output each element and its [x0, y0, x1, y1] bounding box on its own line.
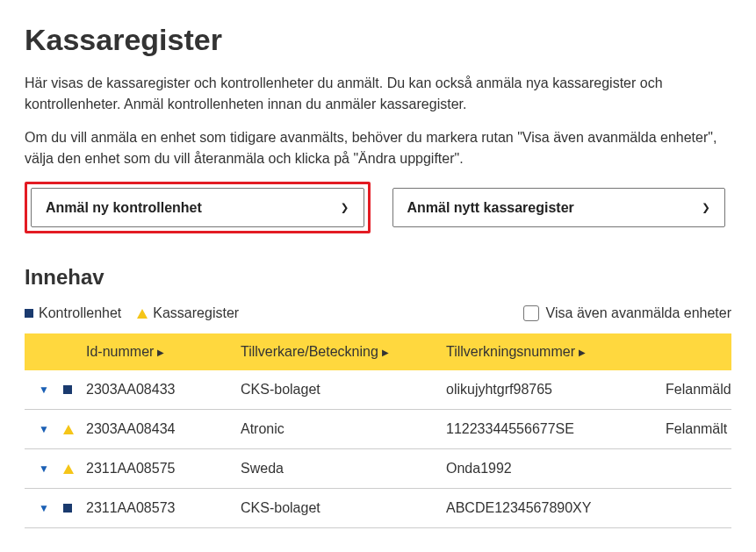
col-icon-header	[63, 344, 86, 360]
square-icon	[63, 504, 72, 513]
table-row[interactable]: ▼2311AA08575SwedaOnda1992	[25, 449, 731, 489]
expand-toggle[interactable]: ▼	[25, 423, 63, 435]
new-control-unit-label: Anmäl ny kontrollenhet	[46, 200, 202, 216]
legend-register-label: Kassaregister	[153, 305, 239, 321]
row-type-icon-cell	[63, 385, 86, 394]
holdings-title: Innehav	[25, 265, 731, 290]
table-row[interactable]: ▼2303AA08433CKS-bolagetolikujyhtgrf98765…	[25, 370, 731, 410]
new-register-wrap: Anmäl nytt kassaregister ❯	[386, 182, 732, 233]
square-icon	[63, 385, 72, 394]
col-status-header	[666, 344, 731, 360]
chevron-down-icon: ▼	[39, 502, 49, 514]
row-type-icon-cell	[63, 425, 86, 434]
row-id: 2303AA08433	[86, 382, 241, 398]
chevron-right-icon: ❯	[702, 199, 710, 216]
expand-toggle[interactable]: ▼	[25, 384, 63, 396]
row-serial: 11223344556677SE	[446, 421, 666, 437]
action-buttons-row: Anmäl ny kontrollenhet ❯ Anmäl nytt kass…	[25, 182, 731, 233]
chevron-right-icon: ❯	[341, 199, 349, 216]
col-id-label: Id-nummer	[86, 344, 154, 360]
show-deregistered-label: Visa även avanmälda enheter	[546, 305, 731, 321]
row-serial: olikujyhtgrf98765	[446, 382, 666, 398]
row-id: 2303AA08434	[86, 421, 241, 437]
table-body: ▼2303AA08433CKS-bolagetolikujyhtgrf98765…	[25, 370, 731, 528]
row-mfr: CKS-bolaget	[241, 500, 446, 516]
col-toggle-header	[25, 344, 63, 360]
expand-toggle[interactable]: ▼	[25, 462, 63, 475]
table-header: Id-nummer ▶ Tillverkare/Beteckning ▶ Til…	[25, 333, 731, 370]
holdings-table: Id-nummer ▶ Tillverkare/Beteckning ▶ Til…	[25, 333, 731, 528]
row-serial: Onda1992	[446, 461, 666, 477]
col-serial-header[interactable]: Tillverkningsnummer ▶	[446, 344, 666, 360]
row-status: Felanmäld	[666, 382, 731, 398]
square-icon	[25, 309, 33, 318]
row-mfr: Atronic	[241, 421, 446, 437]
legend-row: Kontrollenhet Kassaregister Visa även av…	[25, 305, 731, 321]
sort-arrow-icon: ▶	[579, 348, 586, 357]
sort-arrow-icon: ▶	[382, 348, 389, 357]
new-control-unit-highlight: Anmäl ny kontrollenhet ❯	[25, 182, 371, 233]
row-id: 2311AA08575	[86, 461, 241, 477]
expand-toggle[interactable]: ▼	[25, 502, 63, 514]
legend-register: Kassaregister	[137, 305, 239, 321]
chevron-down-icon: ▼	[39, 423, 49, 435]
sort-arrow-icon: ▶	[157, 348, 164, 357]
chevron-down-icon: ▼	[39, 384, 49, 396]
col-id-header[interactable]: Id-nummer ▶	[86, 344, 241, 360]
row-status: Felanmält	[666, 421, 731, 437]
legend-left: Kontrollenhet Kassaregister	[25, 305, 239, 321]
row-mfr: Sweda	[241, 461, 446, 477]
triangle-icon	[63, 464, 74, 474]
new-register-label: Anmäl nytt kassaregister	[407, 200, 574, 216]
col-mfr-label: Tillverkare/Beteckning	[241, 344, 378, 360]
show-deregistered-checkbox-row[interactable]: Visa även avanmälda enheter	[523, 305, 731, 321]
triangle-icon	[63, 425, 74, 434]
row-type-icon-cell	[63, 504, 86, 513]
col-mfr-header[interactable]: Tillverkare/Beteckning ▶	[241, 344, 446, 360]
row-id: 2311AA08573	[86, 500, 241, 516]
new-control-unit-button[interactable]: Anmäl ny kontrollenhet ❯	[31, 188, 364, 227]
intro-paragraph-2: Om du vill anmäla en enhet som tidigare …	[25, 127, 731, 169]
page-title: Kassaregister	[25, 23, 731, 57]
intro-paragraph-1: Här visas de kassaregister och kontrolle…	[25, 73, 731, 115]
row-serial: ABCDE1234567890XY	[446, 500, 666, 516]
table-row[interactable]: ▼2303AA08434Atronic11223344556677SEFelan…	[25, 410, 731, 449]
table-row[interactable]: ▼2311AA08573CKS-bolagetABCDE1234567890XY	[25, 489, 731, 528]
row-type-icon-cell	[63, 464, 86, 474]
col-serial-label: Tillverkningsnummer	[446, 344, 575, 360]
new-register-button[interactable]: Anmäl nytt kassaregister ❯	[392, 188, 726, 227]
legend-control-unit: Kontrollenhet	[25, 305, 121, 321]
chevron-down-icon: ▼	[39, 462, 49, 475]
row-mfr: CKS-bolaget	[241, 382, 446, 398]
checkbox-icon	[523, 305, 539, 321]
intro-text: Här visas de kassaregister och kontrolle…	[25, 73, 731, 169]
legend-control-unit-label: Kontrollenhet	[39, 305, 121, 321]
triangle-icon	[137, 309, 148, 319]
